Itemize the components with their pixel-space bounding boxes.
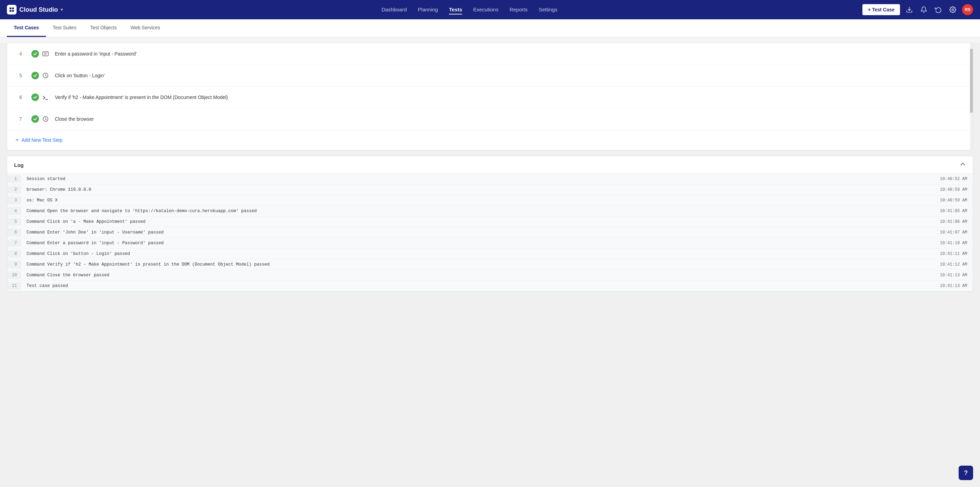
list-item: 7 Command Enter a password in 'input - P… xyxy=(7,238,973,249)
log-body: 1 Session started 10:40:52 AM 2 browser:… xyxy=(7,174,973,291)
header-right: + Test Case RS xyxy=(862,4,973,15)
tab-test-suites[interactable]: Test Suites xyxy=(46,19,83,37)
step-icons-5 xyxy=(31,72,49,79)
list-item: 9 Command Verify if 'h2 - Make Appointme… xyxy=(7,259,973,270)
step-icons-7 xyxy=(31,115,49,123)
log-text-10: Command Close the browser passed xyxy=(21,271,934,279)
step-text-4: Enter a password in 'input - Password' xyxy=(55,51,964,57)
step-number-5: 5 xyxy=(16,73,26,78)
step-type-icon-4 xyxy=(42,50,49,57)
table-row: 6 Verify if 'h2 - Make Appointment' is p… xyxy=(7,87,973,108)
log-line-8: 8 xyxy=(7,250,21,258)
log-time-10: 10:41:13 AM xyxy=(934,271,973,279)
add-step-label: Add New Test Step xyxy=(21,137,62,143)
log-line-5: 5 xyxy=(7,218,21,226)
nav-executions[interactable]: Executions xyxy=(473,5,498,14)
log-time-1: 10:40:52 AM xyxy=(934,175,973,183)
step-text-7: Close the browser xyxy=(55,116,964,122)
log-line-1: 1 xyxy=(7,175,21,183)
step-type-icon-7 xyxy=(42,115,49,123)
log-header: Log xyxy=(7,156,973,174)
log-line-2: 2 xyxy=(7,186,21,194)
log-time-7: 10:41:10 AM xyxy=(934,239,973,247)
scroll-thumb xyxy=(970,49,973,113)
list-item: 5 Command Click on 'a - Make Appointment… xyxy=(7,216,973,227)
tab-web-services[interactable]: Web Services xyxy=(123,19,167,37)
nav-tests[interactable]: Tests xyxy=(449,5,462,14)
nav-settings[interactable]: Settings xyxy=(539,5,557,14)
log-text-8: Command Click on 'button - Login' passed xyxy=(21,250,934,258)
log-line-6: 6 xyxy=(7,229,21,236)
step-number-4: 4 xyxy=(16,51,26,57)
step-text-6: Verify if 'h2 - Make Appointment' is pre… xyxy=(55,94,964,100)
log-time-8: 10:41:11 AM xyxy=(934,250,973,258)
help-icon: ? xyxy=(964,469,968,477)
new-test-case-button[interactable]: + Test Case xyxy=(862,4,900,15)
step-status-icon-5 xyxy=(31,72,39,79)
history-icon[interactable] xyxy=(933,5,943,15)
log-time-6: 10:41:07 AM xyxy=(934,229,973,236)
step-icons-6 xyxy=(31,94,49,101)
list-item: 1 Session started 10:40:52 AM xyxy=(7,174,973,185)
add-new-test-step-button[interactable]: + Add New Test Step xyxy=(7,130,973,150)
log-text-5: Command Click on 'a - Make Appointment' … xyxy=(21,218,934,226)
logo-text: Cloud Studio xyxy=(19,6,58,13)
add-step-plus-icon: + xyxy=(16,137,19,143)
main-nav: Dashboard Planning Tests Executions Repo… xyxy=(76,5,862,14)
log-text-9: Command Verify if 'h2 - Make Appointment… xyxy=(21,261,934,268)
nav-dashboard[interactable]: Dashboard xyxy=(381,5,407,14)
table-row: 7 Close the browser xyxy=(7,108,973,130)
svg-point-1 xyxy=(952,9,954,11)
log-time-3: 10:40:59 AM xyxy=(934,197,973,204)
step-icons-4 xyxy=(31,50,49,57)
settings-icon[interactable] xyxy=(948,5,958,15)
log-text-7: Command Enter a password in 'input - Pas… xyxy=(21,239,934,247)
nav-reports[interactable]: Reports xyxy=(510,5,528,14)
step-text-5: Click on 'button - Login' xyxy=(55,73,964,78)
notification-icon[interactable] xyxy=(919,5,929,15)
main-content: 4 Enter a password in 'input - Password'… xyxy=(0,43,980,487)
step-number-7: 7 xyxy=(16,116,26,122)
log-time-11: 10:41:13 AM xyxy=(934,282,973,290)
log-line-10: 10 xyxy=(7,271,21,279)
log-line-11: 11 xyxy=(7,282,21,290)
download-icon[interactable] xyxy=(904,5,915,15)
log-section: Log 1 Session started 10:40:52 AM 2 brow… xyxy=(7,156,973,292)
list-item: 10 Command Close the browser passed 10:4… xyxy=(7,270,973,281)
log-line-4: 4 xyxy=(7,207,21,215)
logo-area[interactable]: Cloud Studio ▾ xyxy=(7,5,63,14)
logo-icon xyxy=(7,5,17,14)
log-time-9: 10:41:12 AM xyxy=(934,261,973,268)
tab-test-cases[interactable]: Test Cases xyxy=(7,19,46,37)
scroll-track xyxy=(970,43,973,150)
list-item: 8 Command Click on 'button - Login' pass… xyxy=(7,249,973,259)
step-number-6: 6 xyxy=(16,94,26,100)
log-line-3: 3 xyxy=(7,197,21,204)
step-status-icon-7 xyxy=(31,115,39,123)
log-text-3: os: Mac OS X xyxy=(21,197,934,204)
log-text-1: Session started xyxy=(21,175,934,183)
help-button[interactable]: ? xyxy=(959,466,973,480)
list-item: 4 Command Open the browser and navigate … xyxy=(7,206,973,216)
log-text-4: Command Open the browser and navigate to… xyxy=(21,207,934,215)
list-item: 2 browser: Chrome 119.0.0.0 10:40:59 AM xyxy=(7,185,973,195)
table-row: 4 Enter a password in 'input - Password' xyxy=(7,43,973,65)
table-row: 5 Click on 'button - Login' xyxy=(7,65,973,87)
log-line-7: 7 xyxy=(7,239,21,247)
svg-rect-2 xyxy=(43,52,48,56)
step-type-icon-6 xyxy=(42,94,49,101)
step-status-icon-6 xyxy=(31,94,39,101)
log-time-2: 10:40:59 AM xyxy=(934,186,973,194)
user-avatar[interactable]: RS xyxy=(962,4,973,15)
nav-planning[interactable]: Planning xyxy=(418,5,438,14)
log-text-2: browser: Chrome 119.0.0.0 xyxy=(21,186,934,194)
app-header: Cloud Studio ▾ Dashboard Planning Tests … xyxy=(0,0,980,19)
log-title: Log xyxy=(14,162,24,168)
steps-container: 4 Enter a password in 'input - Password'… xyxy=(7,43,973,150)
tab-test-objects[interactable]: Test Objects xyxy=(83,19,123,37)
list-item: 3 os: Mac OS X 10:40:59 AM xyxy=(7,195,973,206)
tabs-bar: Test Cases Test Suites Test Objects Web … xyxy=(0,19,980,37)
log-collapse-button[interactable] xyxy=(960,161,966,169)
log-line-9: 9 xyxy=(7,261,21,268)
log-time-4: 10:41:05 AM xyxy=(934,207,973,215)
